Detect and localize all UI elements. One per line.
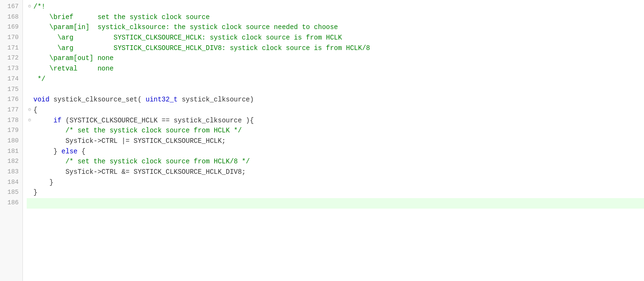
- line-176-text: void systick_clksource_set( uint32_t sys…: [33, 95, 254, 105]
- code-line-169: \param[in] systick_clksource: the systic…: [27, 22, 644, 33]
- line-num-180: 180: [0, 136, 22, 147]
- code-line-181: } else {: [27, 147, 644, 157]
- code-line-176: void systick_clksource_set( uint32_t sys…: [27, 95, 644, 105]
- line-num-178: 178: [0, 116, 22, 126]
- indent-1b: [33, 148, 50, 155]
- fold-icon-167[interactable]: ⊝: [27, 4, 32, 10]
- code-line-177: ⊝ {: [27, 105, 644, 116]
- line-183-text: SysTick->CTRL &= SYSTICK_CLKSOURCE_HCLK_…: [33, 167, 246, 178]
- line-numbers: 167 168 169 170 171 172 173 174 175 176 …: [0, 0, 23, 281]
- line-num-168: 168: [0, 12, 22, 23]
- line-num-185: 185: [0, 188, 22, 198]
- kw-if: if: [53, 117, 62, 124]
- line-num-182: 182: [0, 157, 22, 167]
- line-num-173: 173: [0, 64, 22, 74]
- line-num-177: 177: [0, 105, 22, 116]
- line-num-181: 181: [0, 147, 22, 157]
- line-num-172: 172: [0, 53, 22, 64]
- fold-icon-178[interactable]: ⊝: [27, 118, 32, 123]
- line-167-text: /*!: [33, 2, 45, 12]
- line-175-text: [33, 85, 37, 95]
- if-cond: (SYSTICK_CLKSOURCE_HCLK == systick_clkso…: [65, 117, 254, 124]
- line-num-179: 179: [0, 126, 22, 136]
- line-num-169: 169: [0, 22, 22, 33]
- line-num-170: 170: [0, 33, 22, 43]
- kw-else: else: [62, 148, 78, 155]
- code-line-172: \param[out] none: [27, 53, 644, 64]
- code-line-175: [27, 85, 644, 95]
- line-184-text: }: [33, 178, 53, 188]
- line-num-176: 176: [0, 95, 22, 105]
- line-180-text: SysTick->CTRL |= SYSTICK_CLKSOURCE_HCLK;: [33, 136, 226, 147]
- line-179-text: /* set the systick clock source from HCL…: [33, 126, 242, 136]
- line-168-text: \brief set the systick clock source: [33, 12, 210, 23]
- param-name: systick_clksource): [182, 96, 254, 103]
- line-173-text: \retval none: [33, 64, 114, 74]
- line-186-text: [33, 198, 37, 209]
- line-174-text: */: [33, 74, 45, 85]
- code-line-183: SysTick->CTRL &= SYSTICK_CLKSOURCE_HCLK_…: [27, 167, 644, 178]
- line-178-text: if (SYSTICK_CLKSOURCE_HCLK == systick_cl…: [33, 116, 254, 126]
- line-172-text: \param[out] none: [33, 53, 114, 64]
- line-num-184: 184: [0, 178, 22, 188]
- line-num-183: 183: [0, 167, 22, 178]
- code-line-170: \arg SYSTICK_CLKSOURCE_HCLK: systick clo…: [27, 33, 644, 43]
- line-182-text: /* set the systick clock source from HCL…: [33, 157, 250, 167]
- close-if: }: [53, 148, 57, 155]
- code-line-185: }: [27, 188, 644, 198]
- line-num-171: 171: [0, 43, 22, 54]
- line-181-text: } else {: [33, 147, 85, 157]
- line-171-text: \arg SYSTICK_CLKSOURCE_HCLK_DIV8: systic…: [33, 43, 370, 54]
- code-line-167: ⊝ /*!: [27, 2, 644, 12]
- line-num-167: 167: [0, 2, 22, 12]
- line-177-text: {: [33, 105, 37, 116]
- code-line-171: \arg SYSTICK_CLKSOURCE_HCLK_DIV8: systic…: [27, 43, 644, 54]
- code-line-168: \brief set the systick clock source: [27, 12, 644, 23]
- line-170-text: \arg SYSTICK_CLKSOURCE_HCLK: systick clo…: [33, 33, 342, 43]
- type-uint32: uint32_t: [145, 96, 177, 103]
- keyword-void: void: [33, 96, 50, 103]
- code-editor: 167 168 169 170 171 172 173 174 175 176 …: [0, 0, 644, 281]
- code-line-186: [27, 198, 644, 209]
- code-line-184: }: [27, 178, 644, 188]
- line-num-186: 186: [0, 198, 22, 209]
- code-line-179: /* set the systick clock source from HCL…: [27, 126, 644, 136]
- open-else: {: [82, 148, 85, 155]
- code-line-173: \retval none: [27, 64, 644, 74]
- func-name: systick_clksource_set(: [53, 96, 142, 103]
- line-num-174: 174: [0, 74, 22, 85]
- indent-1: [33, 117, 50, 124]
- line-169-text: \param[in] systick_clksource: the systic…: [33, 22, 338, 33]
- code-line-178: ⊝ if (SYSTICK_CLKSOURCE_HCLK == systick_…: [27, 116, 644, 126]
- line-num-175: 175: [0, 85, 22, 95]
- code-area: ⊝ /*! \brief set the systick clock sourc…: [23, 0, 644, 281]
- code-line-180: SysTick->CTRL |= SYSTICK_CLKSOURCE_HCLK;: [27, 136, 644, 147]
- line-185-text: }: [33, 188, 37, 198]
- fold-icon-177[interactable]: ⊝: [27, 107, 32, 113]
- code-line-182: /* set the systick clock source from HCL…: [27, 157, 644, 167]
- code-line-174: */: [27, 74, 644, 85]
